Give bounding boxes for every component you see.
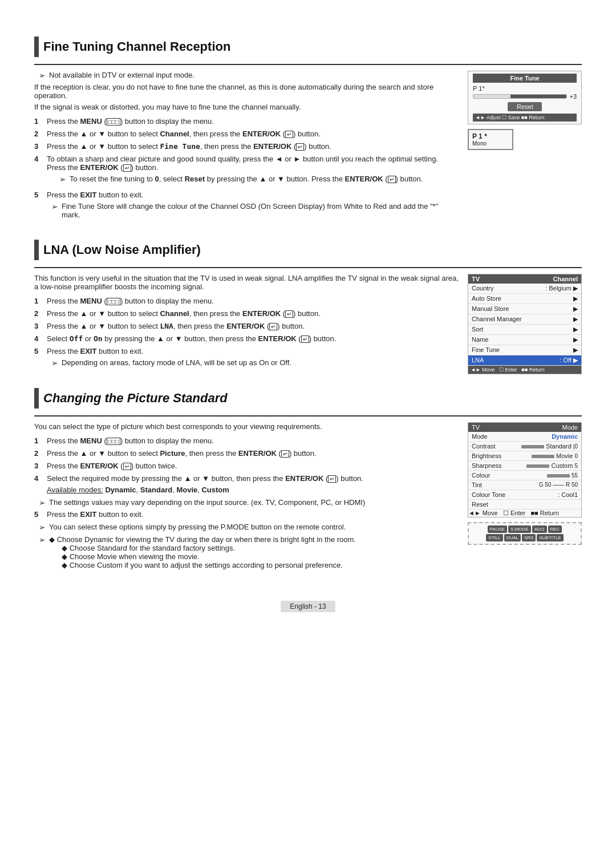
lna-row-chmanager: Channel Manager ▶ — [468, 314, 581, 325]
pic-note2-arrow: ➢ — [39, 523, 46, 532]
step-4: 4 To obtain a sharp and clear picture an… — [34, 155, 459, 187]
fine-tune-ui-title: Fine Tune — [473, 74, 577, 83]
lna-note1: ➢ Depending on areas, factory mode of LN… — [51, 358, 459, 367]
pic-step-1-num: 1 — [34, 436, 47, 445]
fine-tuning-para1: If the reception is clear, you do not ha… — [34, 83, 459, 100]
pic-note1: ➢ The settings values may vary depending… — [39, 498, 459, 507]
lna-lna-value: : Off ▶ — [560, 357, 578, 364]
lna-finetune-label: Fine Tune — [472, 346, 500, 354]
remote-srs-btn: SRS — [522, 534, 536, 541]
picture-para1: You can select the type of picture which… — [34, 422, 459, 431]
lna-row-name: Name ▶ — [468, 335, 581, 345]
step-4-num: 4 — [34, 155, 47, 163]
step-1-content: Press the MENU (□□□) button to display t… — [47, 117, 459, 126]
fine-tune-slider-fill — [510, 95, 566, 98]
mode-footer-text: ◄► Move ☐ Enter ■■ Return — [468, 510, 559, 516]
mode-row-tint: Tint G 50 —— R 50 — [468, 480, 581, 490]
mode-row-contrast: Contrast Standard |0 — [468, 442, 581, 451]
step-2-content: Press the ▲ or ▼ button to select Channe… — [47, 130, 459, 138]
lna-tv-footer: ◄► Move ☐ Enter ■■ Return — [468, 366, 581, 374]
pic-step-1-content: Press the MENU (□□□) button to display t… — [47, 436, 459, 445]
lna-steps: 1 Press the MENU (□□□) button to display… — [34, 297, 459, 370]
lna-step-3-content: Press the ▲ or ▼ button to select LNA, t… — [47, 322, 459, 330]
lna-step-1: 1 Press the MENU (□□□) button to display… — [34, 297, 459, 305]
fine-tuning-section: Fine Tuning Channel Reception ➢ Not avai… — [34, 37, 582, 226]
pic-note3-content: ◆ Choose Dynamic for viewing the TV duri… — [49, 535, 356, 569]
mode-label: Mode — [472, 433, 488, 440]
mode-header: TV Mode — [468, 423, 581, 432]
mode-reset-label: Reset — [472, 501, 488, 508]
remote-rec-btn: REC — [548, 525, 562, 533]
lna-para1: This function is very useful in the situ… — [34, 274, 459, 291]
lna-section-divider — [34, 267, 582, 268]
step-5: 5 Press the EXIT button to exit. ➢ Fine … — [34, 191, 459, 222]
lna-country-value: : Belgium ▶ — [545, 285, 578, 292]
colourtone-value: : Cool1 — [558, 491, 578, 498]
lna-chmanager-label: Channel Manager — [472, 316, 521, 323]
mode-mode-label: Mode — [562, 424, 578, 431]
fine-tuning-note1: ➢ Not available in DTV or external input… — [39, 71, 459, 80]
pic-step-5-num: 5 — [34, 510, 47, 519]
ft-footer-text: ◄► Adjust ☐ Save ■■ Return — [475, 115, 544, 120]
pic-note2: ➢ You can select these options simply by… — [39, 523, 459, 532]
remote-subtitle-btn: SUBTITLE — [537, 534, 563, 541]
picture-heading-bar — [34, 388, 39, 409]
pic-note3-text: ◆ Choose Dynamic for viewing the TV duri… — [49, 535, 356, 544]
pic-step-4: 4 Select the required mode by pressing t… — [34, 474, 459, 494]
lna-name-arrow: ▶ — [573, 336, 578, 343]
lna-row-autostore: Auto Store ▶ — [468, 294, 581, 304]
p1-sub: Mono — [472, 140, 509, 147]
remote-pause-btn: PAUSE — [488, 525, 508, 533]
lna-sort-arrow: ▶ — [573, 326, 578, 333]
avail-modes-prefix: Available modes: — [47, 486, 103, 494]
lna-title: LNA (Low Noise Amplifier) — [43, 242, 201, 257]
lna-step-4-num: 4 — [34, 334, 47, 343]
colour-label: Colour — [472, 472, 490, 479]
brightness-bar: Movie 0 — [532, 452, 578, 459]
lna-tv-header: TV Channel — [468, 274, 581, 284]
picture-main: You can select the type of picture which… — [34, 422, 459, 572]
lna-content: This function is very useful in the situ… — [34, 274, 582, 374]
tint-value: G 50 —— R 50 — [539, 482, 578, 488]
lna-name-label: Name — [472, 336, 488, 343]
lna-autostore-arrow: ▶ — [573, 295, 578, 302]
lna-manualstore-label: Manual Store — [472, 305, 509, 313]
fine-tune-footer: ◄► Adjust ☐ Save ■■ Return — [473, 114, 577, 122]
step-1: 1 Press the MENU (□□□) button to display… — [34, 117, 459, 126]
lna-country-label: Country — [472, 285, 494, 292]
fine-tuning-title: Fine Tuning Channel Reception — [43, 39, 230, 54]
note1-text: Not available in DTV or external input m… — [49, 71, 194, 79]
picture-ui-col: TV Mode Mode Dynamic Contrast Standard |… — [468, 422, 582, 545]
remote-bottom-buttons: STILL DUAL SRS SUBTITLE — [471, 534, 578, 541]
picture-section-divider — [34, 415, 582, 417]
fine-tune-ui-box: Fine Tune P 1* +3 Reset ◄► Adjust ☐ Save… — [468, 71, 582, 124]
page-indicator: English - 13 — [281, 601, 335, 612]
mode-footer: ◄► Move ☐ Enter ■■ Return — [468, 510, 581, 517]
picture-section: Changing the Picture Standard You can se… — [34, 388, 582, 572]
brightness-label: Brightness — [472, 452, 501, 459]
store-note: ➢ Fine Tune Store will change the colour… — [51, 202, 459, 219]
section-divider — [34, 64, 582, 65]
lna-step-3-num: 3 — [34, 322, 47, 330]
lna-step-5: 5 Press the EXIT button to exit. ➢ Depen… — [34, 347, 459, 370]
fine-tune-slider-row: +3 — [473, 93, 577, 100]
pic-step-4-num: 4 — [34, 474, 47, 483]
colourtone-label: Colour Tone — [472, 491, 505, 498]
arrow-icon: ➢ — [39, 71, 46, 80]
pic-step-2-num: 2 — [34, 449, 47, 458]
lna-autostore-label: Auto Store — [472, 295, 501, 302]
fine-tuning-heading: Fine Tuning Channel Reception — [34, 37, 582, 57]
remote-ad2-btn: AD/2 — [532, 525, 547, 533]
mode-row-sharpness: Sharpness Custom 5 — [468, 461, 581, 471]
contrast-label: Contrast — [472, 443, 496, 450]
remote-still-btn: STILL — [486, 534, 502, 541]
mode-tv-label: TV — [472, 424, 480, 431]
colour-bar: 55 — [547, 472, 578, 479]
p1-label: P 1 * — [472, 132, 509, 140]
lna-tv-label: TV — [472, 276, 480, 282]
step-2-num: 2 — [34, 130, 47, 138]
sharpness-bar: Custom 5 — [526, 462, 578, 469]
lna-step-4: 4 Select Off or On by pressing the ▲ or … — [34, 334, 459, 343]
pic-step-5: 5 Press the EXIT button to exit. — [34, 510, 459, 519]
fine-tune-channel: P 1* — [473, 85, 577, 92]
